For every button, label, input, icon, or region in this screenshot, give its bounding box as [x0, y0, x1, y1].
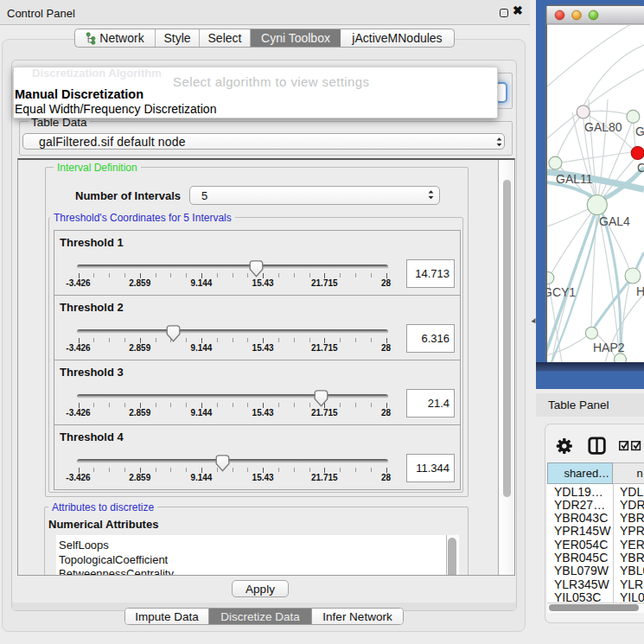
svg-text:C: C — [637, 161, 644, 175]
svg-text:GAL4: GAL4 — [599, 214, 630, 228]
svg-text:GCY1: GCY1 — [543, 285, 576, 299]
svg-text:GAL80: GAL80 — [584, 120, 622, 134]
svg-text:GAL11: GAL11 — [556, 172, 593, 186]
svg-text:GA: GA — [635, 124, 644, 138]
svg-text:HAP2: HAP2 — [593, 341, 625, 354]
svg-text:H: H — [636, 284, 644, 298]
